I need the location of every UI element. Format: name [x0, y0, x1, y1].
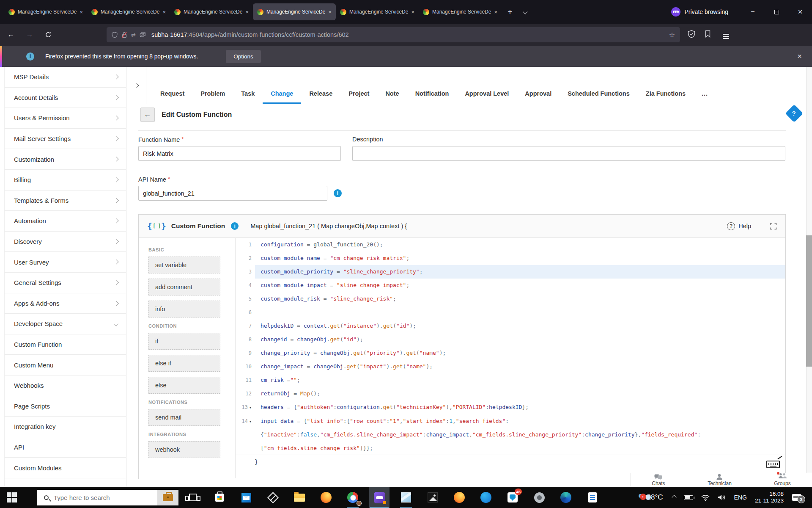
api-info-icon[interactable]: i: [334, 189, 342, 197]
sidebar-item-mail-server-settings[interactable]: Mail Server Settings: [5, 129, 126, 149]
browser-tab[interactable]: ManageEngine ServiceDe×: [4, 3, 87, 20]
app-blue-taskbar-button[interactable]: [476, 487, 496, 508]
floating-help-tab[interactable]: ?: [785, 106, 803, 124]
code-line[interactable]: 9change_priority = changeObj.get("priori…: [236, 346, 785, 360]
tab-close-icon[interactable]: ×: [80, 9, 83, 15]
browser-tab[interactable]: ManageEngine ServiceDe×: [419, 3, 502, 20]
battery-icon[interactable]: [684, 495, 693, 500]
fullscreen-icon[interactable]: [770, 223, 777, 230]
palette-item-info[interactable]: info: [148, 301, 220, 318]
volume-icon[interactable]: [718, 494, 726, 501]
code-line[interactable]: 13▾headers = {"authtoken":configuration.…: [236, 400, 785, 414]
file-explorer-taskbar-button[interactable]: [289, 487, 310, 508]
tab-close-icon[interactable]: ×: [245, 9, 249, 15]
browser-tab[interactable]: ManageEngine ServiceDe×: [87, 3, 170, 20]
sidebar-item-msp-details[interactable]: MSP Details: [5, 67, 126, 88]
touch-keyboard-icon[interactable]: [766, 461, 780, 468]
clock[interactable]: 16:08 21-11-2023: [755, 491, 784, 504]
sidebar-item-custom-menu[interactable]: Custom Menu: [5, 355, 126, 375]
sidebar-item-discovery[interactable]: Discovery: [5, 232, 126, 252]
document-app-taskbar-button[interactable]: [582, 487, 603, 508]
sidebar-item-account-details[interactable]: Account Details: [5, 88, 126, 108]
notification-close-icon[interactable]: ×: [797, 52, 802, 61]
tracking-shield-icon[interactable]: [112, 32, 118, 38]
palette-item-else-if[interactable]: else if: [148, 355, 220, 372]
sidebar-item-general-settings[interactable]: General Settings: [5, 273, 126, 293]
code-line[interactable]: 6: [236, 306, 785, 319]
wifi-icon[interactable]: [701, 494, 710, 501]
app-blue-2-taskbar-button[interactable]: [556, 487, 576, 508]
code-line[interactable]: 1configuration = global_function_20();: [236, 238, 785, 251]
url-bar[interactable]: ⇄ subha-16617:4504/app#/admin/custom-fun…: [107, 27, 680, 42]
tab-approval[interactable]: Approval: [517, 67, 560, 104]
browser-orange-taskbar-button[interactable]: [449, 487, 469, 508]
panel-info-icon[interactable]: i: [231, 222, 239, 230]
tab-zia-functions[interactable]: Zia Functions: [638, 67, 694, 104]
sidebar-item-billing[interactable]: Billing: [5, 170, 126, 190]
minimize-button[interactable]: −: [741, 0, 765, 24]
insecure-lock-icon[interactable]: [121, 32, 127, 38]
sidebar-item-templates-forms[interactable]: Templates & Forms: [5, 190, 126, 211]
tab-close-icon[interactable]: ×: [411, 9, 414, 15]
microsoft-store-taskbar-button[interactable]: [209, 487, 230, 508]
code-line[interactable]: 7helpdeskID = context.get("instance").ge…: [236, 319, 785, 333]
help-icon[interactable]: ?: [727, 222, 735, 230]
firefox-taskbar-button[interactable]: [316, 487, 336, 508]
tab-approval-level[interactable]: Approval Level: [457, 67, 517, 104]
3d-viewer-taskbar-button[interactable]: [263, 487, 283, 508]
sidebar-item-automation[interactable]: Automation: [5, 211, 126, 232]
tab-change[interactable]: Change: [263, 67, 301, 104]
protections-icon[interactable]: [688, 30, 695, 40]
reload-button[interactable]: [41, 27, 56, 42]
options-button[interactable]: Options: [226, 50, 261, 63]
action-center-button[interactable]: 3: [792, 494, 801, 501]
browser-tab[interactable]: ManageEngine ServiceDe×: [170, 3, 253, 20]
restore-button[interactable]: [765, 0, 788, 24]
api-name-field[interactable]: [138, 186, 327, 201]
tab-close-icon[interactable]: ×: [328, 9, 332, 15]
mail-taskbar-button[interactable]: [236, 487, 256, 508]
tab-release[interactable]: Release: [301, 67, 340, 104]
tab-close-icon[interactable]: ×: [162, 9, 166, 15]
url-text[interactable]: subha-16617:4504/app#/admin/custom-funct…: [151, 31, 666, 38]
menu-icon[interactable]: [720, 31, 732, 39]
palette-item-if[interactable]: if: [148, 333, 220, 350]
sidebar-item-custom-function[interactable]: Custom Function: [5, 334, 126, 355]
tab-problem[interactable]: Problem: [192, 67, 233, 104]
sidebar-collapse-button[interactable]: [127, 67, 146, 104]
page-scrollbar-thumb[interactable]: [806, 235, 812, 367]
fold-arrow-icon[interactable]: ▾: [249, 405, 252, 410]
code-line[interactable]: 3custom_module_priority = "sline_change_…: [236, 265, 785, 279]
search-input[interactable]: [54, 494, 157, 501]
sidebar-item-developer-space[interactable]: Developer Space: [5, 314, 126, 334]
code-line[interactable]: 10change_impact = changeObj.get("impact"…: [236, 360, 785, 373]
groups-button[interactable]: Groups: [774, 473, 790, 486]
fold-arrow-icon[interactable]: ▾: [249, 419, 252, 424]
code-editor[interactable]: 1configuration = global_function_20();2c…: [236, 238, 785, 478]
media-app-taskbar-button[interactable]: [396, 487, 416, 508]
code-line[interactable]: 4custom_module_impact = "sline_change_im…: [236, 279, 785, 292]
sidebar-item-user-survey[interactable]: User Survey: [5, 252, 126, 273]
task-view-taskbar-button[interactable]: [183, 487, 203, 508]
chats-button[interactable]: Chats: [652, 474, 665, 486]
palette-item-else[interactable]: else: [148, 377, 220, 394]
start-button[interactable]: [7, 492, 17, 502]
forward-button[interactable]: →: [22, 27, 37, 42]
code-line[interactable]: 5custom_module_risk = "sline_change_risk…: [236, 292, 785, 306]
taskbar-search[interactable]: [37, 490, 178, 505]
back-button[interactable]: ←: [3, 27, 19, 42]
tab-project[interactable]: Project: [340, 67, 377, 104]
tab-scheduled-functions[interactable]: Scheduled Functions: [560, 67, 638, 104]
language-indicator[interactable]: ENG: [734, 494, 747, 501]
code-line[interactable]: 11cm_risk ="";: [236, 373, 785, 387]
firefox-private-taskbar-button[interactable]: [369, 487, 390, 508]
tab-task[interactable]: Task: [233, 67, 263, 104]
code-line[interactable]: 12returnObj = Map();: [236, 387, 785, 400]
help-label[interactable]: Help: [738, 223, 751, 229]
sidebar-item-apps-add-ons[interactable]: Apps & Add-ons: [5, 293, 126, 314]
permission-arrows-icon[interactable]: ⇄: [131, 32, 136, 38]
tab-dropdown-button[interactable]: [524, 10, 527, 14]
code-line[interactable]: 14▾input_data = {"list_info":{"row_count…: [236, 414, 785, 455]
sidebar-item-integration-key[interactable]: Integration key: [5, 417, 126, 437]
palette-item-webhook[interactable]: webhook: [148, 441, 220, 458]
